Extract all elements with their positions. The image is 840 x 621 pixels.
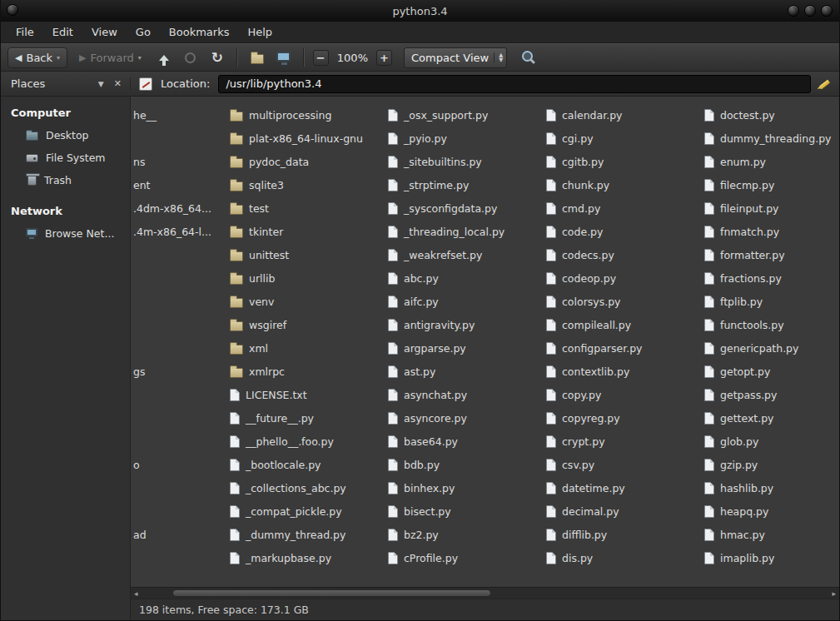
file-item[interactable]: base64.py xyxy=(386,430,544,453)
edit-location-icon[interactable] xyxy=(139,77,152,91)
file-item[interactable]: genericpath.py xyxy=(703,336,839,360)
file-item[interactable]: cmd.py xyxy=(544,196,703,220)
folder-item[interactable]: xmlrpc xyxy=(228,360,386,383)
folder-item[interactable]: urllib xyxy=(228,266,386,290)
file-item[interactable]: functools.py xyxy=(703,313,839,336)
file-item[interactable]: contextlib.py xyxy=(544,360,703,383)
file-item[interactable]: codeop.py xyxy=(544,266,703,290)
menu-item-go[interactable]: Go xyxy=(129,24,157,40)
file-item[interactable]: filecmp.py xyxy=(703,173,839,196)
sidebar-item-desktop[interactable]: Desktop xyxy=(1,124,130,147)
back-history-caret-icon[interactable]: ▾ xyxy=(57,54,60,62)
zoom-in-button[interactable]: + xyxy=(376,50,392,66)
file-item[interactable]: antigravity.py xyxy=(386,313,544,336)
back-button[interactable]: ◀ Back ▾ xyxy=(7,47,67,68)
menu-item-file[interactable]: File xyxy=(9,24,41,40)
file-item[interactable]: _bootlocale.py xyxy=(228,453,386,476)
file-item[interactable]: ftplib.py xyxy=(703,290,839,313)
file-item[interactable]: csv.py xyxy=(544,453,703,476)
clipped-file-name[interactable]: .4m-x86_64-l... xyxy=(133,220,211,243)
file-item[interactable]: heapq.py xyxy=(703,499,839,523)
file-item[interactable]: fractions.py xyxy=(703,266,839,290)
file-item[interactable]: decimal.py xyxy=(544,499,703,523)
file-item[interactable]: abc.py xyxy=(386,266,544,290)
file-item[interactable]: glob.py xyxy=(703,430,839,453)
file-item[interactable]: hashlib.py xyxy=(703,476,839,499)
file-item[interactable]: codecs.py xyxy=(544,243,703,266)
scroll-right-icon[interactable]: ▸ xyxy=(832,589,836,599)
clipped-file-name[interactable]: gs xyxy=(133,360,145,383)
pencil-icon[interactable] xyxy=(818,77,833,92)
file-item[interactable]: __phello__.foo.py xyxy=(228,430,386,453)
file-item[interactable]: _osx_support.py xyxy=(386,103,544,127)
file-item[interactable]: imaplib.py xyxy=(703,546,839,569)
file-item[interactable]: _collections_abc.py xyxy=(228,476,386,499)
clipped-file-name[interactable]: he__ xyxy=(133,103,157,127)
file-item[interactable]: _sitebuiltins.py xyxy=(386,150,544,173)
minimize-button[interactable] xyxy=(788,5,799,17)
menu-item-view[interactable]: View xyxy=(85,24,124,40)
file-item[interactable]: _markupbase.py xyxy=(228,546,386,569)
file-item[interactable]: difflib.py xyxy=(544,523,703,546)
up-button[interactable] xyxy=(153,47,175,68)
file-item[interactable]: doctest.py xyxy=(703,103,839,127)
folder-item[interactable]: xml xyxy=(228,336,386,360)
open-terminal-button[interactable] xyxy=(273,47,295,68)
search-icon[interactable] xyxy=(520,50,535,65)
sidebar-item-trash[interactable]: Trash xyxy=(1,169,130,191)
file-item[interactable]: bisect.py xyxy=(386,499,544,523)
file-item[interactable]: enum.py xyxy=(703,150,839,173)
horizontal-scrollbar[interactable]: ◂ ▸ xyxy=(131,587,839,599)
file-item[interactable]: ast.py xyxy=(386,360,544,383)
places-close-icon[interactable]: ✕ xyxy=(114,78,122,89)
folder-item[interactable]: pydoc_data xyxy=(228,150,386,173)
folder-item[interactable]: wsgiref xyxy=(228,313,386,336)
window-menu-button[interactable] xyxy=(7,4,18,16)
new-folder-button[interactable] xyxy=(246,47,268,68)
file-item[interactable]: aifc.py xyxy=(386,290,544,313)
file-item[interactable]: __future__.py xyxy=(228,406,386,430)
file-item[interactable]: copyreg.py xyxy=(544,406,703,430)
file-item[interactable]: hmac.py xyxy=(703,523,839,546)
folder-item[interactable]: test xyxy=(228,196,386,220)
file-item[interactable]: asyncore.py xyxy=(386,406,544,430)
file-item[interactable]: _strptime.py xyxy=(386,173,544,196)
stop-button[interactable] xyxy=(180,47,201,68)
file-item[interactable]: gettext.py xyxy=(703,406,839,430)
file-item[interactable]: argparse.py xyxy=(386,336,544,360)
folder-item[interactable]: sqlite3 xyxy=(228,173,386,196)
file-item[interactable]: _dummy_thread.py xyxy=(228,523,386,546)
close-button[interactable] xyxy=(821,5,833,17)
file-item[interactable]: copy.py xyxy=(544,383,703,406)
sidebar-item-browse-net[interactable]: Browse Net... xyxy=(1,222,130,245)
folder-item[interactable]: multiprocessing xyxy=(228,103,386,127)
file-item[interactable]: _sysconfigdata.py xyxy=(386,196,544,220)
file-item[interactable]: cgi.py xyxy=(544,127,703,150)
sidebar-item-file-system[interactable]: File System xyxy=(1,147,130,169)
file-item[interactable]: calendar.py xyxy=(544,103,703,127)
file-item[interactable]: compileall.py xyxy=(544,313,703,336)
file-item[interactable]: code.py xyxy=(544,220,703,243)
menu-item-bookmarks[interactable]: Bookmarks xyxy=(162,24,236,40)
file-item[interactable]: asynchat.py xyxy=(386,383,544,406)
forward-history-caret-icon[interactable]: ▾ xyxy=(138,54,142,62)
file-item[interactable]: datetime.py xyxy=(544,476,703,499)
refresh-button[interactable]: ↻ xyxy=(206,47,228,68)
clipped-file-name[interactable]: o xyxy=(133,453,140,476)
folder-item[interactable]: tkinter xyxy=(228,220,386,243)
file-item[interactable]: formatter.py xyxy=(703,243,839,266)
file-item[interactable]: binhex.py xyxy=(386,476,544,499)
folder-item[interactable]: venv xyxy=(228,290,386,313)
clipped-file-name[interactable]: .4dm-x86_64... xyxy=(133,196,211,220)
file-item[interactable]: crypt.py xyxy=(544,430,703,453)
file-item[interactable]: _compat_pickle.py xyxy=(228,499,386,523)
scroll-left-icon[interactable]: ◂ xyxy=(134,589,138,599)
view-mode-spinner-icon[interactable]: ▲ ▼ xyxy=(494,52,503,62)
location-input[interactable] xyxy=(218,75,811,93)
file-item[interactable]: dis.py xyxy=(544,546,703,569)
file-item[interactable]: getpass.py xyxy=(703,383,839,406)
file-item[interactable]: bdb.py xyxy=(386,453,544,476)
places-caret-icon[interactable]: ▼ xyxy=(98,80,104,88)
file-item[interactable]: fnmatch.py xyxy=(703,220,839,243)
clipped-file-name[interactable]: ns xyxy=(133,150,145,173)
